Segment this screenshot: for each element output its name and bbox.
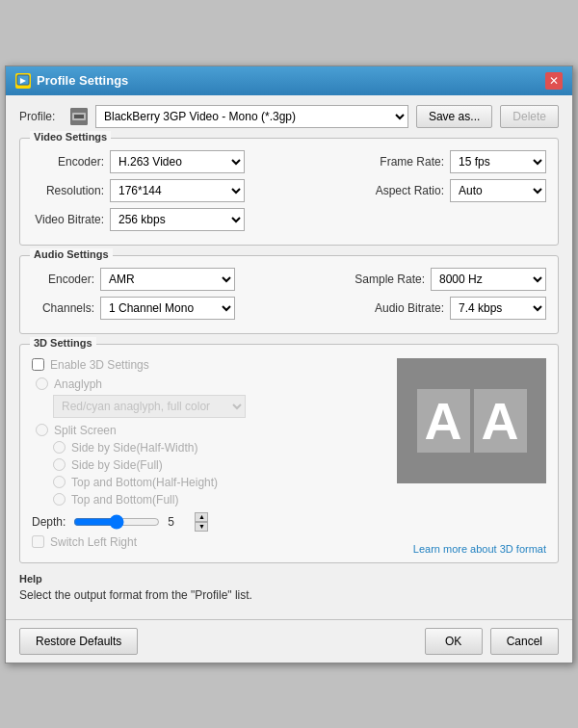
side-by-side-half-radio[interactable] <box>53 441 66 454</box>
side-by-side-half-label: Side by Side(Half-Width) <box>71 441 197 455</box>
audio-encoder-sample-row: Encoder: AMR Sample Rate: 8000 Hz <box>32 268 546 291</box>
3d-right: A A Learn more about 3D format <box>397 358 546 555</box>
dialog-title: Profile Settings <box>37 73 128 88</box>
switch-lr-row: Switch Left Right <box>32 535 387 549</box>
cancel-button[interactable]: Cancel <box>490 628 559 655</box>
frame-rate-select[interactable]: 15 fps <box>450 150 546 173</box>
top-bottom-half-radio[interactable] <box>53 476 66 488</box>
encoder-select[interactable]: H.263 Video <box>110 150 245 173</box>
anaglyph-label: Anaglyph <box>54 377 102 391</box>
learn-more-link[interactable]: Learn more about 3D format <box>413 543 546 555</box>
3d-settings-title: 3D Settings <box>30 337 96 349</box>
video-bitrate-row: Video Bitrate: 256 kbps <box>32 208 546 231</box>
side-by-side-full-radio[interactable] <box>53 458 66 471</box>
3d-preview: A A <box>397 358 546 483</box>
resolution-label: Resolution: <box>32 184 104 197</box>
aspect-ratio-select[interactable]: Auto <box>450 179 546 202</box>
enable-3d-checkbox[interactable] <box>32 358 44 371</box>
anaglyph-select: Red/cyan anaglyph, full color <box>53 395 246 418</box>
depth-value: 5 <box>168 515 187 529</box>
profile-icon <box>70 108 88 125</box>
3d-settings-section: 3D Settings Enable 3D Settings Anaglyph … <box>19 344 559 563</box>
3d-controls: Enable 3D Settings Anaglyph Red/cyan ana… <box>32 358 387 555</box>
profile-select[interactable]: BlackBerry 3GP Video - Mono (*.3gp) <box>95 105 408 128</box>
video-settings-section: Video Settings Encoder: H.263 Video Fram… <box>19 138 559 246</box>
depth-row: Depth: 5 ▲ ▼ <box>32 512 387 532</box>
audio-settings-title: Audio Settings <box>30 248 113 260</box>
aspect-ratio-label: Aspect Ratio: <box>362 184 444 197</box>
video-settings-title: Video Settings <box>30 131 111 143</box>
anaglyph-row: Anaglyph <box>36 377 387 391</box>
channels-label: Channels: <box>32 301 94 315</box>
titlebar: Profile Settings ✕ <box>6 66 572 95</box>
top-bottom-half-row: Top and Bottom(Half-Height) <box>53 476 387 489</box>
encoder-label: Encoder: <box>32 155 104 169</box>
enable-3d-row: Enable 3D Settings <box>32 358 387 372</box>
depth-slider[interactable] <box>73 514 160 530</box>
channels-select[interactable]: 1 Channel Mono <box>100 297 235 320</box>
split-screen-radio[interactable] <box>36 424 48 436</box>
audio-encoder-select[interactable]: AMR <box>100 268 235 291</box>
switch-lr-checkbox[interactable] <box>32 535 44 548</box>
depth-label: Depth: <box>32 515 66 529</box>
restore-defaults-button[interactable]: Restore Defaults <box>19 628 138 655</box>
profile-label: Profile: <box>19 110 63 123</box>
delete-button[interactable]: Delete <box>500 105 559 128</box>
svg-rect-4 <box>74 115 84 118</box>
top-bottom-full-radio[interactable] <box>53 493 66 506</box>
video-settings-content: Encoder: H.263 Video Frame Rate: 15 fps … <box>32 150 546 231</box>
video-bitrate-label: Video Bitrate: <box>32 213 104 226</box>
audio-settings-section: Audio Settings Encoder: AMR Sample Rate:… <box>19 255 559 334</box>
video-bitrate-select[interactable]: 256 kbps <box>110 208 245 231</box>
audio-bitrate-select[interactable]: 7.4 kbps <box>450 297 546 320</box>
channels-abitrate-row: Channels: 1 Channel Mono Audio Bitrate: … <box>32 297 546 320</box>
encoder-framerate-row: Encoder: H.263 Video Frame Rate: 15 fps <box>32 150 546 173</box>
anaglyph-radio[interactable] <box>36 377 48 390</box>
dialog-footer: Restore Defaults OK Cancel <box>6 619 572 663</box>
side-by-side-full-label: Side by Side(Full) <box>71 458 163 472</box>
side-by-side-half-row: Side by Side(Half-Width) <box>53 441 387 455</box>
profile-row: Profile: BlackBerry 3GP Video - Mono (*.… <box>19 105 559 128</box>
footer-right: OK Cancel <box>425 628 559 655</box>
depth-up-button[interactable]: ▲ <box>195 512 208 522</box>
split-screen-label: Split Screen <box>54 424 117 437</box>
save-as-button[interactable]: Save as... <box>416 105 492 128</box>
top-bottom-full-label: Top and Bottom(Full) <box>71 493 178 507</box>
side-by-side-full-row: Side by Side(Full) <box>53 458 387 472</box>
3d-content: Enable 3D Settings Anaglyph Red/cyan ana… <box>32 358 546 555</box>
switch-lr-label: Switch Left Right <box>50 535 137 549</box>
frame-rate-label: Frame Rate: <box>362 155 444 169</box>
help-text: Select the output format from the "Profi… <box>19 588 559 602</box>
audio-bitrate-label: Audio Bitrate: <box>362 301 444 315</box>
preview-char-a2: A <box>474 389 527 453</box>
split-screen-row: Split Screen <box>36 424 387 437</box>
sample-rate-label: Sample Rate: <box>343 273 425 286</box>
ok-button[interactable]: OK <box>425 628 483 655</box>
help-title: Help <box>19 573 559 585</box>
preview-char-a1: A <box>417 389 470 453</box>
profile-settings-dialog: Profile Settings ✕ Profile: BlackBerry 3… <box>5 65 573 663</box>
preview-aa: A A <box>417 389 527 453</box>
app-icon <box>15 73 31 89</box>
audio-encoder-label: Encoder: <box>32 273 94 286</box>
resolution-aspect-row: Resolution: 176*144 Aspect Ratio: Auto <box>32 179 546 202</box>
help-section: Help Select the output format from the "… <box>19 573 559 602</box>
top-bottom-full-row: Top and Bottom(Full) <box>53 493 387 507</box>
titlebar-left: Profile Settings <box>15 73 128 89</box>
depth-spinner: ▲ ▼ <box>195 512 208 532</box>
enable-3d-label: Enable 3D Settings <box>50 358 149 372</box>
audio-settings-content: Encoder: AMR Sample Rate: 8000 Hz Channe… <box>32 268 546 320</box>
resolution-select[interactable]: 176*144 <box>110 179 245 202</box>
close-button[interactable]: ✕ <box>545 72 563 90</box>
sample-rate-select[interactable]: 8000 Hz <box>431 268 546 291</box>
top-bottom-half-label: Top and Bottom(Half-Height) <box>71 476 218 489</box>
dialog-body: Profile: BlackBerry 3GP Video - Mono (*.… <box>6 95 572 619</box>
depth-down-button[interactable]: ▼ <box>195 522 208 532</box>
